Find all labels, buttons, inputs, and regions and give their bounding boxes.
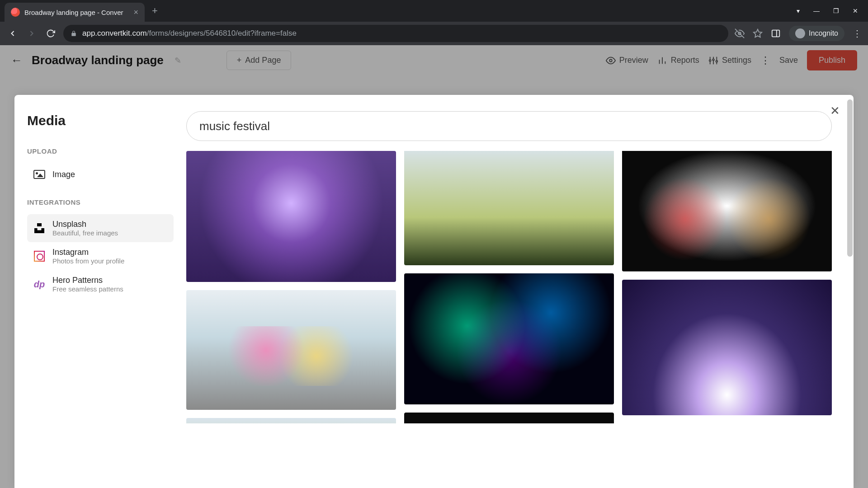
incognito-badge[interactable]: Incognito [789, 26, 844, 41]
media-search-input[interactable] [186, 111, 832, 141]
nav-forward-button[interactable] [25, 27, 38, 40]
nav-back-button[interactable] [6, 27, 19, 40]
result-image[interactable] [622, 280, 832, 415]
image-results-grid [186, 151, 832, 423]
image-icon [33, 170, 45, 179]
incognito-icon [795, 28, 805, 38]
instagram-icon [34, 251, 45, 262]
close-window-icon[interactable]: ✕ [853, 7, 858, 14]
eye-off-icon[interactable] [735, 28, 745, 38]
new-tab-button[interactable]: + [145, 5, 165, 17]
result-image[interactable] [404, 273, 614, 404]
scrollbar[interactable] [847, 99, 853, 257]
tab-title: Broadway landing page - Conver [24, 9, 129, 16]
hero-patterns-icon: dp [34, 279, 45, 290]
minimize-icon[interactable]: ― [813, 7, 820, 14]
address-bar[interactable]: app.convertkit.com/forms/designers/56468… [63, 25, 728, 42]
modal-title: Media [27, 113, 174, 128]
incognito-label: Incognito [809, 29, 838, 38]
close-modal-button[interactable]: ✕ [830, 104, 840, 118]
media-modal: Media UPLOAD Image INTEGRATIONS Unsplash… [14, 95, 854, 488]
tab-close-icon[interactable]: × [133, 8, 138, 17]
panel-icon[interactable] [771, 28, 781, 38]
chevron-down-icon[interactable]: ▾ [797, 7, 800, 14]
result-image[interactable] [186, 151, 396, 282]
integration-unsplash[interactable]: Unsplash Beautiful, free images [27, 214, 174, 242]
star-icon[interactable] [753, 28, 763, 38]
favicon-icon [11, 8, 20, 17]
maximize-icon[interactable]: ❐ [833, 7, 839, 14]
svg-rect-2 [772, 30, 780, 37]
reload-button[interactable] [44, 27, 57, 40]
result-image[interactable] [186, 290, 396, 410]
unsplash-icon [34, 223, 44, 233]
upload-section-label: UPLOAD [27, 147, 174, 155]
browser-menu-icon[interactable]: ⋮ [853, 28, 862, 39]
upload-image-option[interactable]: Image [27, 163, 174, 186]
integration-instagram[interactable]: Instagram Photos from your profile [27, 242, 174, 270]
integration-hero-patterns[interactable]: dp Hero Patterns Free seamless patterns [27, 270, 174, 298]
integrations-section-label: INTEGRATIONS [27, 198, 174, 206]
browser-tab[interactable]: Broadway landing page - Conver × [5, 3, 145, 22]
url-text: app.convertkit.com/forms/designers/56468… [82, 29, 297, 38]
lock-icon [71, 30, 77, 37]
svg-marker-1 [754, 29, 762, 37]
